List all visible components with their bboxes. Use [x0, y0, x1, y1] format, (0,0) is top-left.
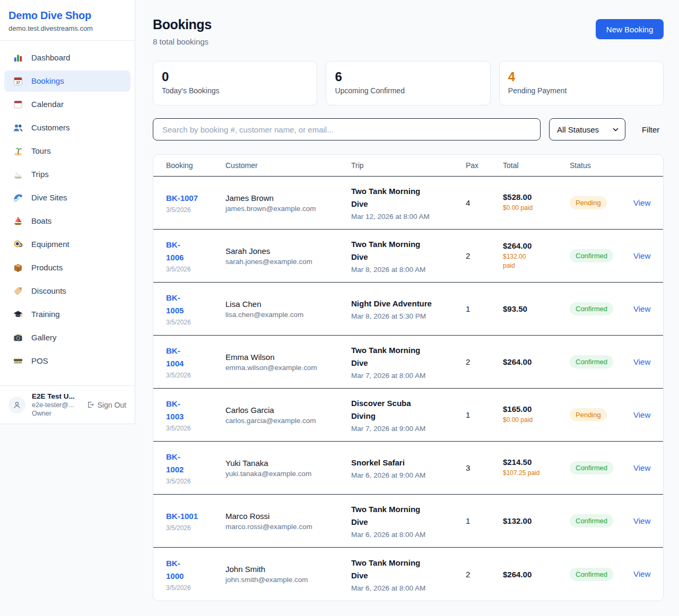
sidebar-item-label: Bookings [31, 76, 64, 86]
customer-name: Emma Wilson [225, 353, 351, 362]
total-amount: $264.00 [503, 570, 570, 579]
booking-cell: BK-1007 3/5/2026 [166, 192, 225, 214]
booking-date: 3/5/2026 [166, 266, 225, 273]
view-link[interactable]: View [633, 463, 650, 472]
filter-button[interactable]: Filter [638, 121, 664, 138]
stats-row: 0Today's Bookings6Upcoming Confirmed4Pen… [153, 61, 664, 105]
sidebar-item-customers[interactable]: Customers [4, 117, 130, 138]
customer-cell: John Smith john.smith@example.com [225, 565, 351, 584]
sidebar-item-dive-sites[interactable]: Dive Sites [4, 187, 130, 208]
booking-id-link[interactable]: BK- 1003 [166, 399, 184, 421]
trip-datetime: Mar 12, 2026 at 8:00 AM [351, 213, 466, 221]
sidebar-item-bookings[interactable]: 17Bookings [4, 71, 130, 92]
brand-name[interactable]: Demo Dive Shop [8, 10, 126, 22]
sidebar-item-trips[interactable]: Trips [4, 164, 130, 185]
stat-card: 4Pending Payment [499, 61, 664, 105]
avatar [8, 397, 25, 413]
view-link[interactable]: View [633, 516, 650, 525]
booking-date: 3/5/2026 [166, 425, 225, 432]
paid-amount: $107.25 paid [503, 469, 570, 478]
trip-cell: Two Tank Morning Dive Mar 6, 2026 at 8:0… [351, 557, 466, 592]
trips-icon [13, 169, 23, 180]
sidebar-item-boats[interactable]: Boats [4, 210, 130, 232]
calendar-icon [13, 99, 23, 110]
action-cell: View [633, 516, 650, 526]
customer-email: james.brown@example.com [225, 205, 351, 213]
column-header: Booking [166, 161, 225, 170]
customer-name: Carlos Garcia [225, 406, 351, 415]
customer-email: marco.rossi@example.com [225, 523, 351, 531]
sidebar-item-products[interactable]: Products [4, 257, 130, 278]
trip-datetime: Mar 7, 2026 at 9:00 AM [351, 425, 466, 433]
stat-value: 4 [508, 69, 655, 84]
page-header: Bookings 8 total bookings New Booking [153, 17, 664, 46]
user-icon [12, 400, 22, 410]
table-header-row: BookingCustomerTripPaxTotalStatus [153, 155, 663, 177]
booking-id-link[interactable]: BK-1001 [166, 512, 198, 521]
view-link[interactable]: View [633, 251, 650, 260]
trip-cell: Snorkel Safari Mar 6, 2026 at 9:00 AM [351, 456, 466, 479]
new-booking-button[interactable]: New Booking [596, 19, 664, 39]
action-cell: View [633, 410, 650, 420]
column-header: Total [503, 161, 570, 170]
sidebar-item-gallery[interactable]: Gallery [4, 327, 130, 348]
trip-name: Two Tank Morning Dive [351, 503, 466, 529]
status-filter-select[interactable]: All Statuses [549, 118, 625, 140]
total-cell: $264.00 [503, 570, 570, 579]
booking-cell: BK- 1004 3/5/2026 [166, 345, 225, 379]
table-row: BK- 1006 3/5/2026 Sarah Jones sarah.jone… [153, 230, 663, 283]
total-amount: $132.00 [503, 516, 570, 525]
pax-count: 2 [466, 570, 503, 579]
sidebar-item-discounts[interactable]: Discounts [4, 280, 130, 302]
search-input[interactable] [153, 118, 541, 140]
customer-name: Marco Rossi [225, 512, 351, 521]
booking-id-link[interactable]: BK-1007 [166, 193, 198, 203]
sidebar-item-tours[interactable]: Tours [4, 140, 130, 162]
customer-name: John Smith [225, 565, 351, 574]
pax-count: 2 [466, 357, 503, 366]
sidebar-item-label: Tours [31, 146, 51, 156]
sidebar-item-pos[interactable]: POS [4, 350, 130, 372]
booking-date: 3/5/2026 [166, 478, 225, 485]
sidebar-item-equipment[interactable]: Equipment [4, 234, 130, 255]
view-link[interactable]: View [633, 198, 650, 207]
view-link[interactable]: View [633, 304, 650, 313]
customer-name: Lisa Chen [225, 300, 351, 309]
status-cell: Confirmed [570, 568, 633, 581]
status-cell: Confirmed [570, 249, 633, 262]
column-header: Status [570, 161, 633, 170]
trip-cell: Two Tank Morning Dive Mar 8, 2026 at 8:0… [351, 238, 466, 274]
sidebar-item-dashboard[interactable]: Dashboard [4, 47, 130, 68]
booking-cell: BK- 1002 3/5/2026 [166, 451, 225, 485]
total-cell: $214.50 $107.25 paid [503, 457, 570, 478]
view-link[interactable]: View [633, 410, 650, 419]
status-badge: Pending [570, 196, 607, 209]
view-link[interactable]: View [633, 569, 650, 578]
total-cell: $528.00 $0.00 paid [503, 192, 570, 213]
boats-icon [13, 216, 23, 226]
user-name: E2E Test U... [32, 392, 80, 400]
pax-count: 4 [466, 198, 503, 207]
booking-date: 3/5/2026 [166, 206, 225, 214]
sign-out-button[interactable]: Sign Out [86, 401, 126, 409]
booking-id-link[interactable]: BK- 1004 [166, 346, 184, 368]
customer-name: Sarah Jones [225, 247, 351, 256]
booking-id-link[interactable]: BK- 1002 [166, 452, 184, 474]
sidebar-item-training[interactable]: Training [4, 304, 130, 325]
total-amount: $93.50 [503, 304, 570, 313]
equipment-icon [13, 239, 23, 250]
stat-value: 6 [335, 69, 481, 84]
table-row: BK- 1000 3/5/2026 John Smith john.smith@… [153, 548, 663, 601]
view-link[interactable]: View [633, 357, 650, 366]
booking-id-link[interactable]: BK- 1000 [166, 559, 184, 580]
table-row: BK- 1002 3/5/2026 Yuki Tanaka yuki.tanak… [153, 442, 663, 495]
sign-out-icon [86, 401, 94, 409]
sidebar-item-label: Calendar [31, 99, 64, 110]
status-badge: Confirmed [570, 514, 613, 527]
booking-id-link[interactable]: BK- 1005 [166, 293, 184, 315]
sidebar-item-calendar[interactable]: Calendar [4, 94, 130, 115]
customer-email: yuki.tanaka@example.com [225, 470, 351, 478]
booking-id-link[interactable]: BK- 1006 [166, 240, 184, 262]
action-cell: View [633, 198, 650, 208]
trip-cell: Two Tank Morning Dive Mar 6, 2026 at 8:0… [351, 503, 466, 539]
